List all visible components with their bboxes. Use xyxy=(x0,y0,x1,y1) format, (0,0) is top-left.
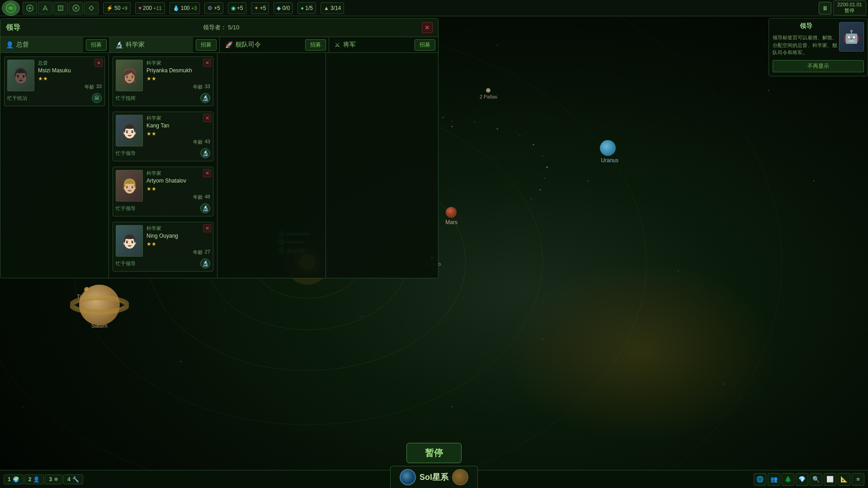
tab-general[interactable]: ⚔ 将军 xyxy=(329,37,412,52)
leaders-panel: 领导 领导者： 5/10 ✕ 👤 总督 招募 🔬 科学家 招募 🚀 xyxy=(0,18,439,278)
scientist-4-age: 年龄 27 xyxy=(146,249,210,256)
orb-icon: ◉ xyxy=(231,5,236,11)
water-value: 100 xyxy=(181,5,190,11)
tab-section-general: ⚔ 将军 招募 xyxy=(329,37,438,52)
svg-point-25 xyxy=(75,299,124,311)
panel-close-button[interactable]: ✕ xyxy=(422,22,433,33)
nebula-effect xyxy=(506,262,778,443)
scientist-recruit-button[interactable]: 招募 xyxy=(196,39,217,51)
tab-scientist[interactable]: 🔬 科学家 xyxy=(110,37,193,52)
minimap-button[interactable]: 🌐 xyxy=(754,473,766,486)
fleet-recruit-button[interactable]: 招募 xyxy=(305,39,326,51)
pause-button[interactable]: ⏸ xyxy=(819,2,831,14)
governor-card-msizi[interactable]: 👨🏿 总督 Msizi Masuku ★★ 年龄 33 忙于统治 🏛 xyxy=(4,56,105,106)
game-logo[interactable] xyxy=(2,0,20,16)
general-tab-label: 将军 xyxy=(343,41,356,49)
scientist-2-status-text: 忙于领导 xyxy=(116,150,136,157)
governor-recruit-button[interactable]: 招募 xyxy=(86,39,107,51)
scientist-1-age: 年龄 33 xyxy=(146,84,210,90)
scientist-1-status-text: 忙于指挥 xyxy=(116,95,136,102)
fleet-tab-label: 舰队司令 xyxy=(236,41,261,49)
general-column xyxy=(326,53,438,278)
scientist-tab-icon: 🔬 xyxy=(115,41,123,48)
health-icon: ♥ xyxy=(138,5,142,11)
nature-button[interactable]: 🌲 xyxy=(782,473,794,486)
resource-orb: ◉ +5 xyxy=(228,2,246,14)
diamond-icon: ◆ xyxy=(277,5,281,11)
scientist-2-dismiss-button[interactable]: ✕ xyxy=(203,114,211,122)
scientist-2-status-icon[interactable]: 🔬 xyxy=(200,148,210,158)
resource-energy: ⚡ 50 +9 xyxy=(103,2,131,14)
scientist-3-portrait: 👨🏼 xyxy=(116,170,143,202)
leaders-button-bottom[interactable]: 👥 xyxy=(768,473,780,486)
health-plus: +11 xyxy=(153,5,162,11)
scientist-4-role: 科学家 xyxy=(146,225,210,232)
scientist-3-status: 忙于领导 🔬 xyxy=(116,203,210,213)
right-info-panel: 领导 领导标签页可以雇佣、解散、分配空闲的总督、科学家、舰队司令和将军。 🤖 不… xyxy=(769,18,868,76)
scientist-4-status: 忙于领导 🔬 xyxy=(116,258,210,268)
governor-stars: ★★ xyxy=(38,75,102,82)
bottom-tab-1[interactable]: 1 🌍 xyxy=(4,474,24,484)
scientist-4-status-icon[interactable]: 🔬 xyxy=(200,258,210,268)
bottom-tab-2[interactable]: 2 👤 xyxy=(24,474,44,484)
triangle-value: 3/14 xyxy=(330,5,341,11)
zoom-button[interactable]: 🔍 xyxy=(810,473,822,486)
bottom-tab-1-icon: 🌍 xyxy=(13,476,19,483)
scientist-1-dismiss-button[interactable]: ✕ xyxy=(203,59,211,67)
layout-button[interactable]: 📐 xyxy=(838,473,850,486)
tab-governor[interactable]: 👤 总督 xyxy=(0,37,83,52)
scientist-1-status-icon[interactable]: 🔬 xyxy=(200,93,210,103)
bottom-tab-4[interactable]: 4 🔧 xyxy=(63,474,83,484)
governor-info: 总督 Msizi Masuku ★★ 年龄 33 xyxy=(38,60,102,90)
system-star-icon[interactable] xyxy=(452,469,468,485)
scientist-3-dismiss-button[interactable]: ✕ xyxy=(203,169,211,177)
pallas-planet[interactable] xyxy=(486,88,491,93)
scientist-2-stars: ★★ xyxy=(146,131,210,137)
scientist-card-ning[interactable]: 👨🏻 科学家 Ning Ouyang ★★ 年龄 27 忙于领导 🔬 xyxy=(113,222,213,272)
scientist-2-info: 科学家 Kang Tan ★★ 年龄 43 xyxy=(146,115,210,145)
scientist-card-priyanka[interactable]: 👩🏽 科学家 Priyanka Desmukh ★★ 年龄 33 忙于指挥 xyxy=(113,56,213,106)
system-name-display: Sol星系 xyxy=(390,466,478,488)
mars-planet[interactable] xyxy=(446,207,457,218)
dont-show-button[interactable]: 不再显示 xyxy=(773,60,864,72)
fleet-column xyxy=(217,53,326,278)
action-btn-1[interactable] xyxy=(23,2,37,14)
governor-status-icon[interactable]: 🏛 xyxy=(92,93,102,103)
menu-button[interactable]: ≡ xyxy=(852,473,864,486)
governor-name: Msizi Masuku xyxy=(38,67,102,74)
scientist-4-dismiss-button[interactable]: ✕ xyxy=(203,224,211,232)
action-btn-3[interactable] xyxy=(53,2,68,14)
scientist-3-name: Artyom Shatalov xyxy=(146,178,210,184)
water-icon: 💧 xyxy=(173,5,179,11)
panel-body: 👨🏿 总督 Msizi Masuku ★★ 年龄 33 忙于统治 🏛 xyxy=(0,53,438,278)
scientist-3-status-icon[interactable]: 🔬 xyxy=(200,203,210,213)
resources-button[interactable]: 💎 xyxy=(796,473,808,486)
saturn-area[interactable]: Saturn xyxy=(70,280,129,329)
energy-icon: ⚡ xyxy=(106,5,113,11)
scientist-tab-label: 科学家 xyxy=(126,41,145,49)
svg-rect-29 xyxy=(58,6,63,10)
pause-text: 暂停 xyxy=(837,7,862,14)
tab-section-scientist: 🔬 科学家 招募 xyxy=(110,37,219,52)
scientist-1-status: 忙于指挥 🔬 xyxy=(116,93,210,103)
view-button[interactable]: ⬜ xyxy=(824,473,836,486)
tab-fleet[interactable]: 🚀 舰队司令 xyxy=(220,37,302,52)
scientist-card-artyom[interactable]: 👨🏼 科学家 Artyom Shatalov ★★ 年龄 48 忙于领导 xyxy=(113,167,213,216)
bottom-tab-3-icon: ❄ xyxy=(54,476,58,483)
general-recruit-button[interactable]: 招募 xyxy=(415,39,435,51)
governor-dismiss-button[interactable]: ✕ xyxy=(94,59,103,67)
leader-count: 领导者： 5/10 xyxy=(203,23,240,32)
action-btn-4[interactable] xyxy=(69,2,83,14)
scientist-card-kang[interactable]: 👨🏻 科学家 Kang Tan ★★ 年龄 43 忙于领导 🔬 xyxy=(113,112,213,161)
tab-section-governor: 👤 总督 招募 xyxy=(0,37,110,52)
panel-header: 领导 领导者： 5/10 ✕ xyxy=(0,19,438,37)
bottom-tab-3[interactable]: 3 ❄ xyxy=(45,474,62,484)
system-globe-icon[interactable] xyxy=(400,469,416,485)
uranus-planet[interactable] xyxy=(600,140,616,156)
green-value: 1/5 xyxy=(305,5,313,11)
uranus-label: Uranus xyxy=(601,157,618,164)
action-btn-5[interactable] xyxy=(84,2,99,14)
action-btn-2[interactable] xyxy=(38,2,52,14)
titan-planet[interactable] xyxy=(84,287,90,292)
panel-title: 领导 xyxy=(6,23,20,33)
